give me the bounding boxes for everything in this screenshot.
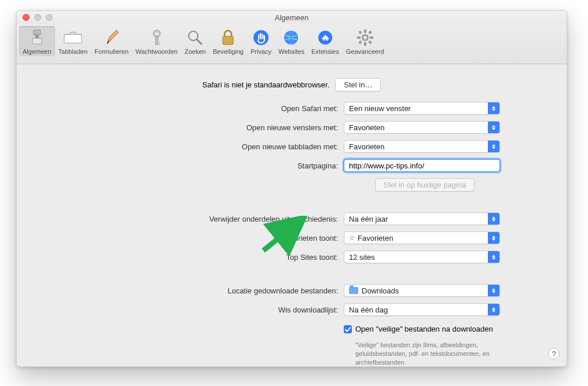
help-button[interactable]: ? [548,348,560,359]
svg-rect-6 [156,36,158,45]
tab-label: Tabbladen [58,48,88,55]
homepage-label: Startpagina: [72,161,338,170]
pencil-icon [102,28,121,47]
prefs-toolbar: Algemeen Tabbladen Formulieren Wachtwoor… [17,24,567,64]
folder-icon [349,287,358,294]
tab-privacy[interactable]: Privacy [247,26,275,56]
open-new-tabs-label: Open nieuwe tabbladen met: [72,142,338,151]
tab-search[interactable]: Zoeken [181,26,210,56]
remove-history-label: Verwijder onderdelen uit geschiedenis: [72,215,338,223]
tab-label: Algemeen [23,48,52,55]
tab-label: Websites [278,48,304,55]
open-safe-checkbox[interactable] [344,325,352,333]
tab-websites[interactable]: Websites [275,26,308,56]
open-safe-row: Open "veilige" bestanden na downloaden [344,325,517,333]
tab-label: Geavanceerd [346,48,384,55]
svg-rect-3 [64,34,82,43]
chevron-updown-icon [488,122,499,133]
chevron-updown-icon [488,285,499,296]
preferences-window: Algemeen Algemeen Tabbladen Formulieren [16,10,567,367]
svg-rect-16 [364,30,366,33]
svg-rect-0 [34,30,41,35]
svg-rect-19 [370,36,373,39]
svg-rect-8 [158,43,160,45]
open-new-windows-select[interactable]: Favorieten [344,121,500,134]
tab-label: Beveiliging [213,48,244,55]
set-to-current-page-button[interactable]: Stel in op huidige pagina [375,178,475,192]
select-value: Na één jaar [349,215,388,223]
tab-security[interactable]: Beveiliging [210,26,247,56]
tabs-icon [64,28,82,47]
svg-rect-21 [368,41,372,44]
default-browser-row: Safari is niet je standaardwebbrowser. S… [203,78,381,91]
svg-rect-17 [364,42,366,46]
select-value: Na één dag [349,306,388,314]
tab-label: Privacy [251,48,271,55]
prefs-content: Safari is niet je standaardwebbrowser. S… [17,64,567,366]
open-safe-description: "Veilige" bestanden zijn films, afbeeldi… [344,341,517,366]
titlebar: Algemeen [17,11,567,24]
chevron-updown-icon [488,251,499,263]
download-location-label: Locatie gedownloade bestanden: [72,286,338,295]
svg-rect-1 [35,35,39,38]
svg-line-10 [197,39,201,44]
chevron-updown-icon [488,232,499,244]
hand-icon [252,28,270,47]
svg-point-24 [363,36,367,39]
tab-label: Extensies [311,48,339,55]
default-browser-message: Safari is niet je standaardwebbrowser. [203,80,330,89]
select-value: 12 sites [349,253,375,262]
clear-downloads-label: Wis downloadlijst: [72,306,338,314]
svg-rect-2 [32,38,42,44]
zoom-window-button[interactable] [46,14,53,21]
svg-rect-11 [223,36,233,45]
tab-extensions[interactable]: Extensies [308,26,343,56]
open-safe-label: Open "veilige" bestanden na downloaden [355,325,493,333]
svg-rect-23 [358,41,362,44]
star-icon: ☆ [349,234,355,242]
search-icon [186,28,204,47]
chevron-updown-icon [488,304,499,315]
topsites-shows-select[interactable]: 12 sites [344,251,500,263]
tab-general[interactable]: Algemeen [19,26,55,56]
favorites-shows-select[interactable]: ☆ Favorieten [344,231,500,244]
svg-rect-22 [368,31,372,34]
open-safari-with-label: Open Safari met: [72,104,338,113]
open-new-windows-label: Open nieuwe vensters met: [72,123,338,132]
homepage-field[interactable] [349,161,486,170]
tab-autofill[interactable]: Formulieren [91,26,132,56]
select-value: Favorieten [349,142,384,151]
topsites-shows-label: Top Sites toont: [72,253,338,262]
globe-icon [282,28,300,47]
tab-label: Wachtwoorden [135,48,178,55]
open-safari-with-select[interactable]: Een nieuw venster [344,102,500,115]
tab-passwords[interactable]: Wachtwoorden [132,26,181,56]
set-default-browser-button[interactable]: Stel in… [335,78,381,91]
tab-tabs[interactable]: Tabbladen [55,26,91,56]
gear-icon [356,28,374,47]
homepage-input[interactable] [344,159,500,172]
tab-label: Zoeken [185,48,206,55]
select-value: Een nieuw venster [349,104,411,113]
select-value: Downloads [362,286,399,295]
open-new-tabs-select[interactable]: Favorieten [344,140,500,153]
svg-rect-7 [158,42,160,43]
chevron-updown-icon [488,102,499,114]
svg-point-5 [155,32,158,35]
minimize-window-button[interactable] [34,14,41,21]
chevron-updown-icon [488,213,499,225]
general-icon [28,28,46,47]
select-value: Favorieten [349,123,384,132]
key-icon [148,28,166,47]
clear-downloads-select[interactable]: Na één dag [344,303,500,316]
close-window-button[interactable] [23,14,30,21]
svg-point-13 [284,31,298,45]
svg-rect-18 [357,36,361,39]
tab-advanced[interactable]: Geavanceerd [343,26,388,56]
chevron-updown-icon [488,141,499,152]
download-location-select[interactable]: Downloads [344,284,500,297]
select-value: Favorieten [358,234,393,242]
tab-label: Formulieren [94,48,128,55]
svg-rect-20 [358,31,362,34]
remove-history-select[interactable]: Na één jaar [344,212,500,225]
